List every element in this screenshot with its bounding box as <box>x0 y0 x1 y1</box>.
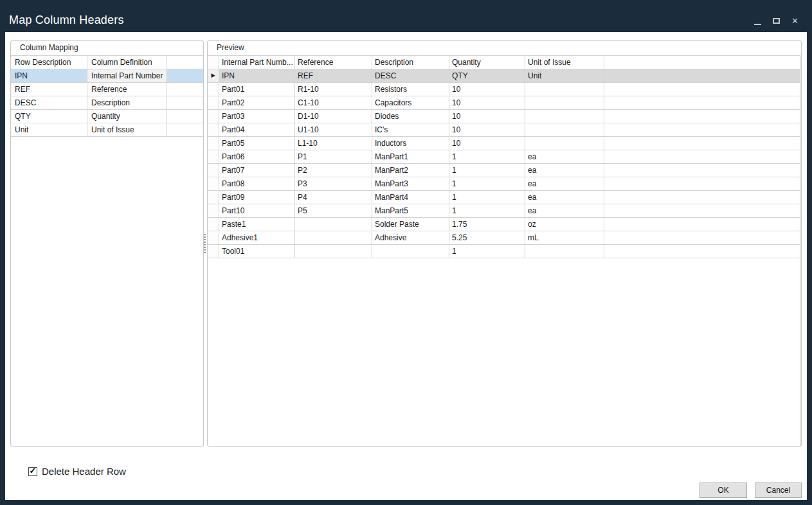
preview-cell[interactable]: IPN <box>219 69 295 83</box>
mapping-cell-column-definition[interactable]: Quantity <box>87 110 167 123</box>
mapping-row[interactable]: QTYQuantity <box>11 110 203 123</box>
preview-row-header[interactable] <box>208 191 219 204</box>
preview-cell[interactable]: Paste1 <box>219 218 295 231</box>
preview-cell[interactable]: ManPart5 <box>372 204 449 218</box>
preview-cell[interactable]: Adhesive <box>372 231 449 245</box>
mapping-cell-column-definition[interactable]: Internal Part Number <box>87 69 167 83</box>
preview-cell[interactable]: Capacitors <box>372 96 449 110</box>
preview-cell[interactable]: DESC <box>372 69 449 83</box>
mapping-row[interactable]: UnitUnit of Issue <box>11 123 203 137</box>
preview-cell[interactable]: R1-10 <box>295 83 372 96</box>
preview-row[interactable]: Part05L1-10Inductors10 <box>208 137 800 150</box>
preview-row[interactable]: Part02C1-10Capacitors10 <box>208 96 800 110</box>
preview-cell[interactable]: 1.75 <box>449 218 525 231</box>
preview-row-header[interactable] <box>208 204 219 218</box>
preview-row[interactable]: Part10P5ManPart51ea <box>208 204 800 218</box>
preview-row[interactable]: Paste1Solder Paste1.75oz <box>208 218 800 231</box>
preview-cell[interactable]: oz <box>525 218 604 231</box>
preview-column-header[interactable]: Description <box>372 56 449 69</box>
preview-cell[interactable]: Unit <box>525 69 604 83</box>
preview-cell[interactable]: ea <box>525 164 604 177</box>
preview-cell[interactable]: ManPart3 <box>372 177 449 191</box>
preview-cell[interactable]: L1-10 <box>295 137 372 150</box>
preview-row[interactable]: Tool011 <box>208 245 800 258</box>
minimize-button[interactable] <box>751 14 764 28</box>
preview-cell[interactable]: P1 <box>295 150 372 164</box>
maximize-button[interactable] <box>770 14 783 28</box>
preview-cell[interactable]: ManPart1 <box>372 150 449 164</box>
preview-cell[interactable]: P5 <box>295 204 372 218</box>
preview-cell[interactable] <box>295 218 372 231</box>
mapping-cell-column-definition[interactable]: Unit of Issue <box>87 123 167 137</box>
preview-cell[interactable] <box>525 83 604 96</box>
preview-cell[interactable]: Part10 <box>219 204 295 218</box>
mapping-cell-row-description[interactable]: DESC <box>11 96 87 110</box>
preview-cell[interactable]: 1 <box>449 177 525 191</box>
preview-cell[interactable]: 1 <box>449 164 525 177</box>
mapping-row[interactable]: REFReference <box>11 83 203 96</box>
mapping-cell-row-description[interactable]: REF <box>11 83 87 96</box>
preview-cell[interactable]: IC's <box>372 123 449 137</box>
preview-row-header[interactable] <box>208 245 219 258</box>
preview-row-header[interactable]: ▶ <box>208 69 219 83</box>
preview-row-header[interactable] <box>208 164 219 177</box>
panel-splitter[interactable] <box>202 40 207 447</box>
preview-cell[interactable]: Part05 <box>219 137 295 150</box>
preview-cell[interactable]: 1 <box>449 150 525 164</box>
preview-column-header[interactable]: Unit of Issue <box>525 56 604 69</box>
preview-cell[interactable]: Inductors <box>372 137 449 150</box>
preview-cell[interactable]: 5.25 <box>449 231 525 245</box>
preview-row-header[interactable] <box>208 96 219 110</box>
preview-cell[interactable]: Tool01 <box>219 245 295 258</box>
preview-cell[interactable]: mL <box>525 231 604 245</box>
preview-cell[interactable] <box>525 137 604 150</box>
preview-cell[interactable]: ea <box>525 191 604 204</box>
mapping-row[interactable]: DESCDescription <box>11 96 203 110</box>
preview-cell[interactable] <box>525 96 604 110</box>
preview-row-header[interactable] <box>208 123 219 137</box>
preview-cell[interactable] <box>525 245 604 258</box>
preview-row[interactable]: Part08P3ManPart31ea <box>208 177 800 191</box>
mapping-column-header[interactable]: Row Description <box>11 56 87 69</box>
mapping-cell-row-description[interactable]: Unit <box>11 123 87 137</box>
close-button[interactable]: ✕ <box>788 14 802 28</box>
preview-row-header[interactable] <box>208 218 219 231</box>
preview-cell[interactable]: Part03 <box>219 110 295 123</box>
preview-row[interactable]: ▶IPNREFDESCQTYUnit <box>208 69 800 83</box>
preview-cell[interactable]: P3 <box>295 177 372 191</box>
preview-cell[interactable]: Part07 <box>219 164 295 177</box>
preview-cell[interactable]: Part02 <box>219 96 295 110</box>
preview-cell[interactable]: ea <box>525 204 604 218</box>
preview-cell[interactable]: Part04 <box>219 123 295 137</box>
preview-cell[interactable]: 10 <box>449 123 525 137</box>
preview-cell[interactable]: D1-10 <box>295 110 372 123</box>
preview-row[interactable]: Part07P2ManPart21ea <box>208 164 800 177</box>
preview-row[interactable]: Part06P1ManPart11ea <box>208 150 800 164</box>
preview-cell[interactable]: P4 <box>295 191 372 204</box>
preview-cell[interactable]: 10 <box>449 110 525 123</box>
mapping-cell-row-description[interactable]: QTY <box>11 110 87 123</box>
preview-cell[interactable]: Adhesive1 <box>219 231 295 245</box>
preview-column-header[interactable]: Quantity <box>449 56 525 69</box>
preview-cell[interactable]: 1 <box>449 245 525 258</box>
preview-row-header[interactable] <box>208 150 219 164</box>
preview-row-header[interactable] <box>208 177 219 191</box>
mapping-cell-row-description[interactable]: IPN <box>11 69 87 83</box>
preview-cell[interactable]: Part01 <box>219 83 295 96</box>
preview-row-header[interactable] <box>208 83 219 96</box>
preview-cell[interactable]: U1-10 <box>295 123 372 137</box>
preview-row-header[interactable] <box>208 137 219 150</box>
preview-cell[interactable]: ea <box>525 150 604 164</box>
preview-cell[interactable]: 10 <box>449 96 525 110</box>
mapping-column-header[interactable]: Column Definition <box>87 56 167 69</box>
preview-cell[interactable]: 10 <box>449 137 525 150</box>
preview-cell[interactable]: REF <box>295 69 372 83</box>
preview-cell[interactable]: 1 <box>449 204 525 218</box>
preview-cell[interactable]: 10 <box>449 83 525 96</box>
preview-cell[interactable] <box>525 123 604 137</box>
preview-cell[interactable]: C1-10 <box>295 96 372 110</box>
preview-column-header[interactable]: Internal Part Numb... <box>219 56 295 69</box>
preview-row[interactable]: Adhesive1Adhesive5.25mL <box>208 231 800 245</box>
mapping-cell-column-definition[interactable]: Description <box>87 96 167 110</box>
delete-header-row-checkbox[interactable]: ✓ Delete Header Row <box>28 466 126 477</box>
